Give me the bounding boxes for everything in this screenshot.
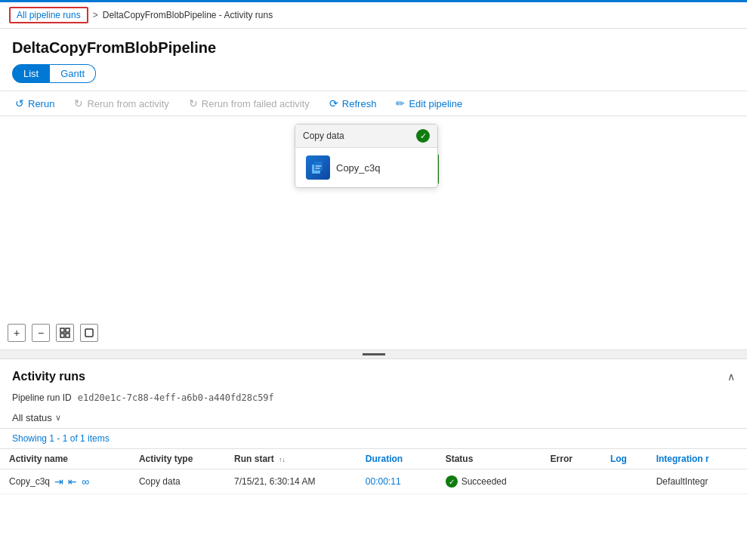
rerun-failed-icon: ↻ [189, 97, 198, 109]
edit-icon: ✏ [396, 97, 405, 109]
table-header-row: Activity name Activity type Run start ↑↓… [0, 449, 747, 469]
row-output-icon[interactable]: ⇤ [68, 475, 77, 488]
success-check-icon: ✓ [446, 475, 458, 488]
zoom-in-button[interactable]: + [8, 324, 26, 342]
cell-error [542, 469, 601, 494]
cell-activity-type: Copy data [130, 469, 225, 494]
activity-runs-section: Activity runs ∧ Pipeline run ID e1d20e1c… [0, 359, 747, 494]
breadcrumb-separator: > [93, 10, 98, 20]
refresh-label: Refresh [342, 98, 377, 109]
sort-arrows-run-start: ↑↓ [279, 456, 286, 463]
resize-handle[interactable] [0, 350, 747, 359]
cell-duration: 00:00:11 [357, 469, 437, 494]
table-row: Copy_c3q ⇥ ⇤ ∞ Copy data 7/15/21, 6:30:1… [0, 469, 747, 494]
rerun-button[interactable]: ↺ Rerun [12, 96, 57, 111]
row-input-icon[interactable]: ⇥ [54, 475, 63, 488]
cell-activity-name: Copy_c3q ⇥ ⇤ ∞ [0, 469, 130, 494]
col-header-status: Status [437, 449, 542, 469]
pipeline-run-id-row: Pipeline run ID e1d20e1c-7c88-4eff-a6b0-… [0, 389, 747, 409]
zoom-controls: + − [8, 324, 98, 342]
row-details-icon[interactable]: ∞ [82, 475, 89, 488]
activity-runs-table: Activity name Activity type Run start ↑↓… [0, 449, 747, 494]
refresh-icon: ⟳ [329, 97, 338, 109]
popup-success-icon: ✓ [416, 129, 430, 143]
fit-screen-button[interactable] [56, 324, 74, 342]
rerun-label: Rerun [28, 98, 54, 109]
svg-rect-4 [60, 334, 64, 337]
col-header-log: Log [601, 449, 647, 469]
col-header-activity-type: Activity type [130, 449, 225, 469]
activity-popup: Copy data ✓ Copy_c3q [295, 124, 438, 188]
list-view-button[interactable]: List [12, 64, 50, 83]
col-header-duration: Duration [357, 449, 437, 469]
rerun-from-activity-label: Rerun from activity [87, 98, 168, 109]
svg-rect-5 [66, 334, 69, 337]
col-header-run-start[interactable]: Run start ↑↓ [225, 449, 357, 469]
col-header-integration: Integration r [647, 449, 747, 469]
collapse-icon[interactable]: ∧ [727, 371, 735, 383]
edit-pipeline-button[interactable]: ✏ Edit pipeline [393, 96, 465, 111]
status-filter-label: All status [12, 412, 52, 423]
breadcrumb-all-pipeline-runs[interactable]: All pipeline runs [9, 7, 88, 23]
cell-status: ✓ Succeeded [437, 469, 542, 494]
svg-rect-6 [85, 329, 93, 337]
popup-header-label: Copy data [303, 131, 344, 141]
activity-runs-header: Activity runs ∧ [0, 359, 747, 389]
activity-popup-header: Copy data ✓ [295, 125, 437, 148]
popup-activity-name: Copy_c3q [336, 162, 381, 174]
activity-runs-title: Activity runs [12, 370, 85, 383]
svg-rect-2 [60, 328, 64, 332]
showing-count: Showing 1 - 1 of 1 items [0, 429, 747, 449]
rerun-activity-icon: ↻ [74, 97, 83, 109]
rerun-from-failed-label: Rerun from failed activity [202, 98, 310, 109]
edit-pipeline-label: Edit pipeline [409, 98, 462, 109]
status-text: Succeeded [461, 476, 507, 487]
resize-handle-indicator [363, 353, 385, 355]
svg-rect-3 [66, 328, 69, 332]
row-activity-name-text: Copy_c3q [9, 476, 50, 487]
cell-run-start: 7/15/21, 6:30:14 AM [225, 469, 357, 494]
status-filter-chevron: ∨ [55, 413, 61, 423]
col-header-error: Error [542, 449, 601, 469]
toolbar: ↺ Rerun ↻ Rerun from activity ↻ Rerun fr… [0, 91, 747, 116]
page-title: DeltaCopyFromBlobPipeline [0, 29, 747, 64]
rerun-icon: ↺ [15, 97, 24, 109]
fullscreen-button[interactable] [80, 324, 98, 342]
rerun-from-activity-button[interactable]: ↻ Rerun from activity [71, 96, 171, 111]
refresh-button[interactable]: ⟳ Refresh [326, 96, 380, 111]
col-header-activity-name: Activity name [0, 449, 130, 469]
rerun-from-failed-button[interactable]: ↻ Rerun from failed activity [186, 96, 313, 111]
row-action-icons: ⇥ ⇤ ∞ [54, 475, 89, 488]
activity-popup-body: Copy_c3q [295, 148, 437, 187]
gantt-view-button[interactable]: Gantt [50, 64, 96, 83]
pipeline-run-id-value: e1d20e1c-7c88-4eff-a6b0-a440fd28c59f [78, 392, 274, 403]
diagram-area: Copy data ✓ Copy_c3q + − [0, 116, 747, 350]
copy-data-icon [306, 155, 330, 180]
pipeline-run-id-label: Pipeline run ID [12, 392, 72, 403]
breadcrumb: All pipeline runs > DeltaCopyFromBlobPip… [0, 2, 747, 29]
cell-log [601, 469, 647, 494]
breadcrumb-current-page: DeltaCopyFromBlobPipeline - Activity run… [103, 10, 273, 20]
status-success-indicator: ✓ Succeeded [446, 475, 532, 488]
zoom-out-button[interactable]: − [32, 324, 50, 342]
cell-integration: DefaultIntegr [647, 469, 747, 494]
view-toggle: List Gantt [0, 64, 747, 91]
status-filter[interactable]: All status ∨ [0, 409, 747, 429]
